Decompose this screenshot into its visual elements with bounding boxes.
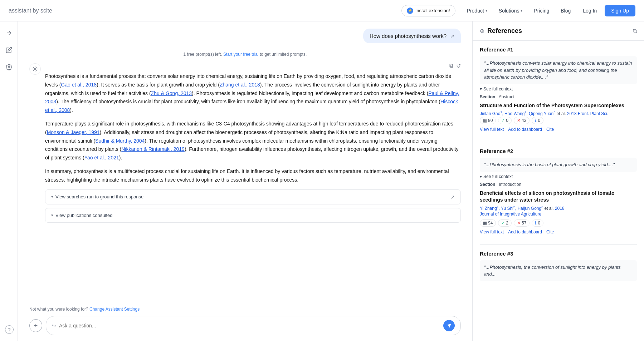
searches-chevron-icon: ▾ [51,194,53,199]
supporting-icon-2: ✓ [501,221,505,226]
right-panel-header: ⊕ References ⧉ [473,21,644,41]
ref-gao-2018[interactable]: Gao et al., 2018 [61,82,97,88]
signup-button[interactable]: Sign Up [605,5,635,16]
ref2-cite[interactable]: Cite [546,229,554,234]
ai-content: ⧉ ↺ Photosynthesis is a fundamental proc… [45,63,461,226]
change-settings-link[interactable]: Change Assistant Settings [89,307,140,312]
nav-solutions[interactable]: Solutions ▾ [494,6,527,16]
ref2-journal[interactable]: Journal of Integrative Agriculture [480,212,637,217]
main-layout: How does photosynthesis work? ↗ 1 free p… [0,21,644,341]
sidebar-arrow-icon[interactable] [3,27,15,39]
ref-paul-2003[interactable]: Paul & Pellny, 2003 [45,90,459,105]
ref1-quote: "...Photosynthesis converts solar energy… [480,56,637,84]
ref-monson-1991[interactable]: Monson & Jaeger, 1991 [47,129,100,135]
chat-input[interactable] [59,323,440,328]
total-icon-2: ▦ [483,221,487,226]
ref1-see-full-context[interactable]: ▾ See full context [480,87,637,92]
searches-external-link-icon[interactable]: ↗ [450,194,455,200]
ref2-stat-total: ▦ 94 [480,219,496,227]
ai-paragraph-2: Temperature plays a significant role in … [45,120,461,162]
chat-area: How does photosynthesis work? ↗ 1 free p… [18,21,472,341]
user-question-text: How does photosynthesis work? [370,33,447,39]
install-btn-label: Install extension! [415,8,450,13]
ai-avatar [29,63,41,75]
publications-collapsible: ▾ View publications consulted [45,208,461,223]
ref2-stat-contrasting: ✕ 57 [514,219,530,227]
ref-zhu-2013[interactable]: Zhu & Gong, 2013 [151,90,192,96]
chat-footer: Not what you were looking for? Change As… [29,302,461,341]
ref1-section: Section : Abstract [480,94,637,99]
nav-pricing[interactable]: Pricing [530,6,553,16]
sidebar-settings-icon[interactable] [3,61,15,73]
sidebar-edit-icon[interactable] [3,44,15,56]
right-panel: ⊕ References ⧉ Reference #1 "...Photosyn… [472,21,644,341]
ref1-stat-mentioning: ℹ 0 [532,117,543,124]
searches-collapsible: ▾ View searches run to ground this respo… [45,189,461,204]
ref1-stat-total: ▦ 80 [480,117,496,124]
searches-collapsible-header[interactable]: ▾ View searches run to ground this respo… [45,190,460,204]
ref1-add-to-dashboard[interactable]: Add to dashboard [508,127,542,132]
ref1-authors: Jinlan Gao1, Hao Wang2, Qipeng Yuan3 et … [480,110,637,116]
ref2-see-full-context[interactable]: ▾ See full context [480,174,637,179]
nav-product[interactable]: Product ▾ [463,6,492,16]
ref-nikkanen-2019[interactable]: Nikkanen & Rintamäki, 2019 [121,146,185,152]
send-button[interactable] [443,320,455,331]
reference-3-card: Reference #3 "...Photosynthesis, the con… [480,251,637,281]
ref2-stat-supporting: ✓ 2 [498,219,512,227]
ref2-add-to-dashboard[interactable]: Add to dashboard [508,229,542,234]
ref1-stats: ▦ 80 ✓ 0 ✕ 42 ℹ 0 [480,117,637,124]
references-panel-icon: ⊕ [480,28,484,34]
extension-icon: ⚡ [407,8,413,14]
svg-point-0 [8,66,10,68]
publications-chevron-icon: ▾ [51,213,53,218]
ref-sudhir-2004[interactable]: Sudhir & Murthy, 2004 [95,138,145,144]
ref1-view-full-text[interactable]: View full text [480,127,504,132]
navbar: assistant by scite ⚡ Install extension! … [0,0,644,21]
searches-label: View searches run to ground this respons… [55,194,143,199]
publications-collapsible-header[interactable]: ▾ View publications consulted [45,208,460,222]
ref1-cite[interactable]: Cite [546,127,554,132]
ref1-actions: View full text Add to dashboard Cite [480,127,637,132]
ref2-section: Section : Introduction [480,182,637,187]
contrasting-icon-2: ✕ [517,221,521,226]
ref1-title: Reference #1 [480,46,637,53]
nav-links: Product ▾ Solutions ▾ Pricing Blog Log I… [463,5,635,16]
reference-1-card: Reference #1 "...Photosynthesis converts… [480,46,637,132]
refresh-response-icon[interactable]: ↺ [456,63,461,69]
ref2-stat-mentioning: ℹ 0 [532,219,543,227]
ref1-paper-title: Structure and Function of the Photosyste… [480,102,637,109]
free-prompt-notice: 1 free prompt(s) left. Start your free t… [29,52,461,57]
contrasting-icon: ✕ [517,118,521,123]
help-icon[interactable]: ? [5,325,14,334]
ref3-quote: "...Photosynthesis, the conversion of su… [480,260,637,281]
ref-zhang-2018[interactable]: Zhang et al., 2018 [220,82,260,88]
nav-blog[interactable]: Blog [556,6,575,16]
brand-logo: assistant by scite [9,8,52,14]
ref2-view-full-text[interactable]: View full text [480,229,504,234]
user-message: How does photosynthesis work? ↗ [363,29,461,43]
free-trial-link[interactable]: Start your free trial [223,52,259,57]
add-button[interactable]: + [29,319,42,332]
ref2-actions: View full text Add to dashboard Cite [480,229,637,234]
login-button[interactable]: Log In [578,6,602,16]
mentioning-icon: ℹ [535,118,537,123]
message-external-link-icon[interactable]: ↗ [450,33,454,39]
brand-name: assistant [9,8,31,14]
copy-references-icon[interactable]: ⧉ [633,28,637,34]
svg-point-1 [34,68,36,70]
ai-response: ⧉ ↺ Photosynthesis is a fundamental proc… [29,63,461,226]
chat-messages: How does photosynthesis work? ↗ 1 free p… [29,21,461,302]
ref2-quote: "...Photosynthesis is the basis of plant… [480,158,637,172]
ai-paragraph-3: In summary, photosynthesis is a multifac… [45,167,461,184]
ref1-stat-supporting: ✓ 0 [498,117,512,124]
right-panel-body: Reference #1 "...Photosynthesis converts… [473,41,644,341]
references-panel-title: References [487,27,522,35]
ref-yao-2021[interactable]: Yao et al., 2021 [84,155,119,160]
ref2-stats: ▦ 94 ✓ 2 ✕ 57 ℹ 0 [480,219,637,227]
install-extension-button[interactable]: ⚡ Install extension! [401,5,455,16]
copy-response-icon[interactable]: ⧉ [449,63,453,69]
product-chevron-icon: ▾ [486,9,487,13]
chat-input-row: + ↪ [29,316,461,335]
input-arrow-icon: ↪ [52,323,56,328]
ref-hiscock-2008[interactable]: Hiscock et al., 2008 [45,99,458,113]
